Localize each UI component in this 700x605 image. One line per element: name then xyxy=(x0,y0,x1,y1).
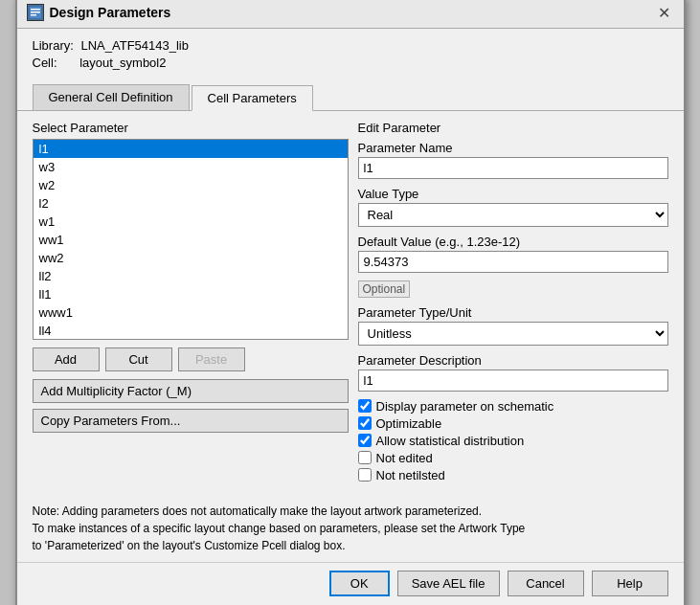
value-type-group: Value Type Real Integer String Boolean xyxy=(358,187,668,227)
close-button[interactable]: ✕ xyxy=(654,4,674,22)
add-multiplicity-button[interactable]: Add Multiplicity Factor (_M) xyxy=(33,379,349,403)
checkbox-label-allow-stat: Allow statistical distribution xyxy=(376,434,525,448)
param-list-item[interactable]: ll4 xyxy=(34,322,348,340)
checkbox-item-not-edited: Not edited xyxy=(358,451,668,465)
note-line1: Note: Adding parameters does not automat… xyxy=(33,503,668,520)
help-button[interactable]: Help xyxy=(592,571,668,596)
param-list-item[interactable]: ll1 xyxy=(34,285,348,303)
checkbox-label-not-netlisted: Not netilsted xyxy=(376,468,445,482)
dialog-title: Design Parameters xyxy=(50,5,171,20)
param-name-label: Parameter Name xyxy=(358,141,668,155)
cut-button[interactable]: Cut xyxy=(105,347,172,371)
dialog-icon xyxy=(27,4,44,21)
param-name-input[interactable] xyxy=(358,157,668,179)
note-line3: to 'Parameterized' on the layout's Custo… xyxy=(33,537,668,554)
edit-parameter-label: Edit Parameter xyxy=(358,121,668,135)
optional-label: Optional xyxy=(358,280,411,298)
svg-rect-2 xyxy=(31,11,40,13)
param-list[interactable]: l1w3w2l2w1ww1ww2ll2ll1www1ll4 xyxy=(33,139,349,340)
param-list-item[interactable]: l1 xyxy=(34,140,348,158)
note-area: Note: Adding parameters does not automat… xyxy=(17,495,684,562)
param-list-item[interactable]: ww2 xyxy=(34,249,348,267)
ok-button[interactable]: OK xyxy=(329,571,390,596)
svg-rect-1 xyxy=(31,9,40,11)
meta-info: Library: LNA_ATF54143_lib Cell: layout_s… xyxy=(17,29,684,78)
copy-parameters-button[interactable]: Copy Parameters From... xyxy=(33,409,349,433)
checkbox-not-netlisted[interactable] xyxy=(358,468,372,482)
checkbox-item-optimizable: Optimizable xyxy=(358,416,668,431)
save-ael-button[interactable]: Save AEL file xyxy=(397,571,500,596)
param-list-container: l1w3w2l2w1ww1ww2ll2ll1www1ll4 xyxy=(33,139,349,340)
param-desc-input[interactable] xyxy=(358,370,668,392)
svg-rect-3 xyxy=(31,14,36,16)
cell-info: Cell: layout_symbol2 xyxy=(33,56,668,70)
left-panel: Select Parameter l1w3w2l2w1ww1ww2ll2ll1w… xyxy=(33,121,349,485)
tab-bar: General Cell Definition Cell Parameters xyxy=(17,78,684,111)
default-value-label: Default Value (e.g., 1.23e-12) xyxy=(358,235,668,249)
value-type-label: Value Type xyxy=(358,187,668,201)
checkbox-item-display: Display parameter on schematic xyxy=(358,399,668,414)
title-bar: Design Parameters ✕ xyxy=(17,0,684,29)
checkbox-not-edited[interactable] xyxy=(358,451,372,464)
library-value: LNA_ATF54143_lib xyxy=(80,38,189,53)
checkbox-display[interactable] xyxy=(358,399,372,413)
param-list-item[interactable]: w3 xyxy=(34,158,348,176)
tab-cell-parameters[interactable]: Cell Parameters xyxy=(192,85,313,111)
param-list-item[interactable]: ww1 xyxy=(34,231,348,249)
cell-value: layout_symbol2 xyxy=(79,56,166,70)
add-button[interactable]: Add xyxy=(33,347,100,371)
title-bar-left: Design Parameters xyxy=(27,4,171,21)
checkbox-item-not-netlisted: Not netilsted xyxy=(358,468,668,482)
checkbox-label-not-edited: Not edited xyxy=(376,451,433,465)
paste-button[interactable]: Paste xyxy=(178,347,245,371)
library-info: Library: LNA_ATF54143_lib xyxy=(33,38,668,53)
checkbox-group: Display parameter on schematicOptimizabl… xyxy=(358,399,668,482)
right-panel: Edit Parameter Parameter Name Value Type… xyxy=(358,121,668,485)
param-type-select[interactable]: Unitless Length Angle Other xyxy=(358,322,668,346)
note-line2: To make instances of a specific layout c… xyxy=(33,520,668,537)
param-name-group: Parameter Name xyxy=(358,141,668,179)
tab-general-cell-definition[interactable]: General Cell Definition xyxy=(33,84,190,110)
param-list-item[interactable]: www1 xyxy=(34,303,348,322)
bottom-buttons: OK Save AEL file Cancel Help xyxy=(17,562,684,606)
param-list-item[interactable]: l2 xyxy=(34,194,348,213)
design-parameters-dialog: Design Parameters ✕ Library: LNA_ATF5414… xyxy=(15,0,686,605)
param-list-item[interactable]: w2 xyxy=(34,176,348,194)
checkbox-optimizable[interactable] xyxy=(358,416,372,430)
param-type-label: Parameter Type/Unit xyxy=(358,305,668,320)
main-content: Select Parameter l1w3w2l2w1ww1ww2ll2ll1w… xyxy=(17,111,684,495)
checkbox-label-display: Display parameter on schematic xyxy=(376,399,554,414)
left-buttons: Add Cut Paste xyxy=(33,347,349,371)
default-value-input[interactable] xyxy=(358,251,668,273)
checkbox-item-allow-stat: Allow statistical distribution xyxy=(358,434,668,448)
value-type-select[interactable]: Real Integer String Boolean xyxy=(358,203,668,227)
checkbox-allow-stat[interactable] xyxy=(358,434,372,447)
cancel-button[interactable]: Cancel xyxy=(508,571,584,596)
param-type-group: Parameter Type/Unit Unitless Length Angl… xyxy=(358,305,668,346)
default-value-group: Default Value (e.g., 1.23e-12) xyxy=(358,235,668,273)
select-parameter-label: Select Parameter xyxy=(33,121,349,135)
param-list-item[interactable]: ll2 xyxy=(34,267,348,285)
param-list-item[interactable]: w1 xyxy=(34,213,348,231)
checkbox-label-optimizable: Optimizable xyxy=(376,416,442,431)
param-desc-group: Parameter Description xyxy=(358,353,668,392)
param-desc-label: Parameter Description xyxy=(358,353,668,368)
